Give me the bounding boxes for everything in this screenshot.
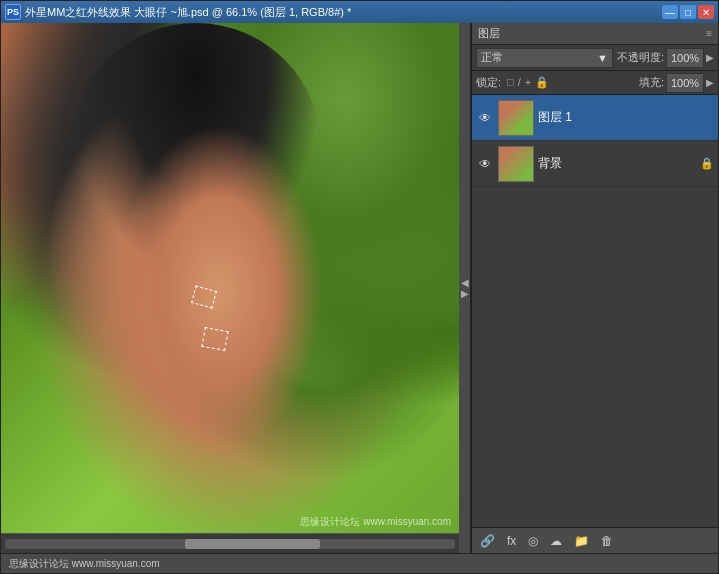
- canvas-wrapper: 思缘设计论坛 www.missyuan.com: [1, 23, 459, 553]
- layers-panel-menu-button[interactable]: ≡: [706, 28, 712, 39]
- layer-1-visibility-toggle[interactable]: 👁: [476, 109, 494, 127]
- canvas-area[interactable]: 思缘设计论坛 www.missyuan.com: [1, 23, 459, 533]
- layer-1-name: 图层 1: [538, 109, 714, 126]
- lock-move-icon[interactable]: /: [518, 76, 521, 89]
- lock-row: 锁定: □ / + 🔒 填充: 100% ▶: [472, 71, 718, 95]
- background-lock-icon: 🔒: [700, 157, 714, 170]
- canvas-scrollbar[interactable]: [1, 533, 459, 553]
- opacity-control: 不透明度: 100% ▶: [617, 48, 714, 68]
- minimize-button[interactable]: —: [662, 5, 678, 19]
- title-bar: PS 外星MM之红外线效果 大眼仔 ~旭.psd @ 66.1% (图层 1, …: [1, 1, 718, 23]
- scroll-thumb[interactable]: [185, 539, 320, 549]
- right-panel-group: ◀▶ 图层 ≡ 正常 ▼ 不透明度: 100% ▶: [459, 23, 718, 553]
- layer-item-background[interactable]: 👁 背景 🔒: [472, 141, 718, 187]
- link-layers-button[interactable]: 🔗: [478, 532, 497, 550]
- layer-bg-visibility-toggle[interactable]: 👁: [476, 155, 494, 173]
- face-layer: [116, 125, 322, 457]
- layers-list: 👁 图层 1 👁: [472, 95, 718, 527]
- photo-canvas[interactable]: [1, 23, 459, 533]
- window-title: 外星MM之红外线效果 大眼仔 ~旭.psd @ 66.1% (图层 1, RGB…: [25, 5, 351, 20]
- watermark: 思缘设计论坛 www.missyuan.com: [300, 515, 451, 529]
- layers-toolbar: 🔗 fx ◎ ☁ 📁 🗑: [472, 527, 718, 553]
- eye-icon: 👁: [479, 111, 491, 125]
- title-bar-left: PS 外星MM之红外线效果 大眼仔 ~旭.psd @ 66.1% (图层 1, …: [5, 4, 351, 20]
- status-bar: 思缘设计论坛 www.missyuan.com: [1, 553, 718, 573]
- opacity-label: 不透明度:: [617, 50, 664, 65]
- layers-panel: 图层 ≡ 正常 ▼ 不透明度: 100% ▶: [471, 23, 718, 553]
- layer-bg-lock: 🔒: [700, 157, 714, 171]
- lock-icons-group: □ / + 🔒: [507, 76, 549, 89]
- maximize-button[interactable]: □: [680, 5, 696, 19]
- main-window: PS 外星MM之红外线效果 大眼仔 ~旭.psd @ 66.1% (图层 1, …: [0, 0, 719, 574]
- eye-icon: 👁: [479, 157, 491, 171]
- layer-bg-info: 背景: [538, 155, 696, 172]
- status-text: 思缘设计论坛 www.missyuan.com: [9, 557, 160, 571]
- fill-value[interactable]: 100%: [666, 73, 704, 93]
- fill-arrow-icon[interactable]: ▶: [706, 77, 714, 88]
- selection-marquee-2: [201, 327, 228, 351]
- main-area: 思缘设计论坛 www.missyuan.com ◀▶ 图层 ≡: [1, 23, 718, 553]
- delete-layer-button[interactable]: 🗑: [599, 532, 615, 550]
- layers-panel-title: 图层: [478, 26, 500, 41]
- blend-mode-arrow-icon: ▼: [597, 52, 608, 64]
- blend-mode-select[interactable]: 正常 ▼: [476, 48, 613, 68]
- fill-label: 填充:: [639, 75, 664, 90]
- new-adjustment-layer-button[interactable]: ☁: [548, 532, 564, 550]
- blend-mode-value: 正常: [481, 50, 503, 65]
- lock-label: 锁定:: [476, 75, 501, 90]
- layer-bg-thumb-image: [499, 147, 533, 181]
- blend-mode-row: 正常 ▼ 不透明度: 100% ▶: [472, 45, 718, 71]
- scroll-track[interactable]: [5, 539, 455, 549]
- layer-1-thumb-image: [499, 101, 533, 135]
- title-bar-controls: — □ ✕: [662, 5, 714, 19]
- add-mask-button[interactable]: ◎: [526, 532, 540, 550]
- layer-bg-name: 背景: [538, 155, 696, 172]
- layers-panel-header: 图层 ≡: [472, 23, 718, 45]
- opacity-arrow-icon[interactable]: ▶: [706, 52, 714, 63]
- layer-bg-thumbnail: [498, 146, 534, 182]
- lock-pixels-icon[interactable]: □: [507, 76, 514, 89]
- layer-1-thumbnail: [498, 100, 534, 136]
- panel-collapse-handle[interactable]: ◀▶: [459, 23, 471, 553]
- collapse-arrows-icon: ◀▶: [459, 277, 470, 299]
- lock-icon[interactable]: 🔒: [535, 76, 549, 89]
- lock-all-icon[interactable]: +: [525, 76, 531, 89]
- layer-item-1[interactable]: 👁 图层 1: [472, 95, 718, 141]
- opacity-value[interactable]: 100%: [666, 48, 704, 68]
- ps-app-icon: PS: [5, 4, 21, 20]
- fill-control: 填充: 100% ▶: [639, 73, 714, 93]
- close-button[interactable]: ✕: [698, 5, 714, 19]
- layer-effects-button[interactable]: fx: [505, 532, 518, 550]
- layer-1-info: 图层 1: [538, 109, 714, 126]
- new-group-button[interactable]: 📁: [572, 532, 591, 550]
